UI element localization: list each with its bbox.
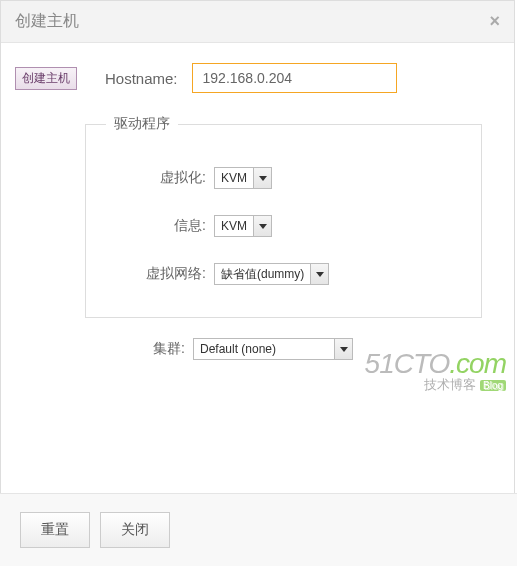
- chevron-down-icon[interactable]: [253, 168, 271, 188]
- chevron-down-icon[interactable]: [334, 339, 352, 359]
- virt-value: KVM: [215, 168, 253, 188]
- drivers-fieldset: 驱动程序 虚拟化: KVM 信息: KVM 虚拟网络: 缺省值(dummy): [85, 115, 482, 318]
- cluster-row: 集群: Default (none): [85, 338, 482, 360]
- vnet-label: 虚拟网络:: [106, 265, 214, 283]
- info-value: KVM: [215, 216, 253, 236]
- dialog: 创建主机 × 创建主机 Hostname: 驱动程序 虚拟化: KVM 信息: …: [0, 0, 515, 564]
- close-icon[interactable]: ×: [489, 11, 500, 32]
- info-label: 信息:: [106, 217, 214, 235]
- vnet-value: 缺省值(dummy): [215, 264, 310, 284]
- dialog-body: 创建主机 Hostname: 驱动程序 虚拟化: KVM 信息: KVM: [1, 43, 514, 450]
- dialog-header: 创建主机 ×: [1, 1, 514, 43]
- dialog-title: 创建主机: [15, 11, 79, 32]
- vnet-select[interactable]: 缺省值(dummy): [214, 263, 329, 285]
- close-button[interactable]: 关闭: [100, 512, 170, 548]
- cluster-select[interactable]: Default (none): [193, 338, 353, 360]
- chevron-down-icon[interactable]: [253, 216, 271, 236]
- watermark-sub: 技术博客Blog: [365, 376, 506, 394]
- virt-row: 虚拟化: KVM: [106, 167, 461, 189]
- cluster-label: 集群:: [85, 340, 193, 358]
- top-row: 创建主机 Hostname:: [15, 63, 482, 93]
- hostname-input[interactable]: [192, 63, 397, 93]
- drivers-legend: 驱动程序: [106, 115, 178, 133]
- dialog-footer: 重置 关闭: [0, 493, 517, 566]
- create-host-button[interactable]: 创建主机: [15, 67, 77, 90]
- reset-button[interactable]: 重置: [20, 512, 90, 548]
- virt-select[interactable]: KVM: [214, 167, 272, 189]
- info-select[interactable]: KVM: [214, 215, 272, 237]
- info-row: 信息: KVM: [106, 215, 461, 237]
- hostname-label: Hostname:: [105, 70, 178, 87]
- vnet-row: 虚拟网络: 缺省值(dummy): [106, 263, 461, 285]
- chevron-down-icon[interactable]: [310, 264, 328, 284]
- cluster-value: Default (none): [194, 339, 334, 359]
- virt-label: 虚拟化:: [106, 169, 214, 187]
